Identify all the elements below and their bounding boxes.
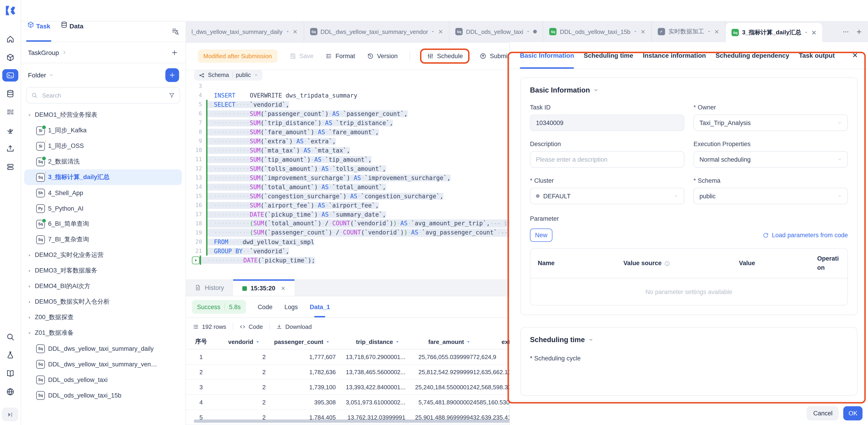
rail-task-list-button[interactable] <box>3 106 18 118</box>
tree-folder[interactable]: Z00_数据探查 <box>24 310 182 325</box>
owner-select[interactable]: Taxi_Trip_Analysis <box>693 115 848 131</box>
close-icon[interactable]: ✕ <box>852 51 858 60</box>
close-icon[interactable]: ✕ <box>292 28 298 35</box>
tree-item[interactable]: Py5_Python_AI <box>24 201 182 216</box>
app-logo-icon[interactable] <box>5 5 17 17</box>
editor-tab[interactable]: SqDDL_dws_yellow_taxi_summary_vendor✕ <box>304 21 450 42</box>
tab-task[interactable]: Task <box>27 21 51 42</box>
tree-folder[interactable]: DEMO1_经营业务报表 <box>24 107 182 123</box>
rail-book-button[interactable] <box>3 367 18 380</box>
tree-item[interactable]: Si↑1_同步_OSS <box>24 138 182 154</box>
sort-caret-icon[interactable] <box>326 340 330 344</box>
rail-globe-button[interactable] <box>3 386 18 398</box>
rail-flask-button[interactable] <box>3 349 18 361</box>
submit-button[interactable]: Submit <box>480 53 509 59</box>
format-button[interactable]: Format <box>326 53 355 59</box>
editor-tab[interactable]: 实时数据加工✕ <box>652 21 725 42</box>
ok-button[interactable]: OK <box>843 406 863 420</box>
unsaved-dot-icon[interactable] <box>533 30 537 33</box>
close-icon[interactable]: ✕ <box>811 29 816 36</box>
schedule-button[interactable]: Schedule <box>427 53 463 59</box>
chevron-right-icon[interactable] <box>62 50 67 55</box>
run-time-tab[interactable]: 15:35:20 ✕ <box>233 279 294 296</box>
schema-select[interactable]: public <box>693 188 848 204</box>
execution-properties-select[interactable]: Normal scheduling <box>693 151 848 168</box>
caret-down-icon[interactable] <box>527 30 530 33</box>
close-icon[interactable]: ✕ <box>714 28 719 35</box>
tree-folder[interactable]: Z01_数据准备 <box>24 325 182 341</box>
result-tab-data_1[interactable]: Data_1 <box>310 296 330 317</box>
new-tab-icon[interactable] <box>856 28 863 35</box>
history-tab[interactable]: History <box>186 279 233 296</box>
tree-item[interactable]: Sq↑3_指标计算_daily汇总 <box>24 170 182 185</box>
close-icon[interactable]: ✕ <box>438 28 443 35</box>
rail-data-cube-button[interactable] <box>3 51 18 64</box>
tree-item[interactable]: Sh4_Shell_App <box>24 185 182 201</box>
tree-folder[interactable]: DEMO3_对客数据服务 <box>24 263 182 278</box>
tree-folder[interactable]: DEMO5_数据实时入仓分析 <box>24 294 182 310</box>
run-from-line-icon[interactable] <box>192 256 200 264</box>
panel-tab-scheduling-dependency[interactable]: Scheduling dependency <box>715 42 789 69</box>
tree-item[interactable]: SqDDL_ods_yellow_taxi <box>24 372 182 388</box>
panel-tab-scheduling-time[interactable]: Scheduling time <box>584 42 633 69</box>
rail-data-integration-button[interactable] <box>3 124 18 136</box>
rail-publish-button[interactable] <box>3 143 18 155</box>
panel-tab-task-output[interactable]: Task output <box>799 42 835 69</box>
tree-folder[interactable]: DEMO4_BI的AI次方 <box>24 278 182 294</box>
editor-tab[interactable]: SqDDL_ods_yellow_taxi <box>450 21 544 42</box>
add-folder-button[interactable] <box>165 68 179 82</box>
scheduling-time-title[interactable]: Scheduling time <box>530 336 848 344</box>
more-tabs-icon[interactable] <box>842 28 849 35</box>
sort-caret-icon[interactable] <box>395 340 399 344</box>
schema-selector[interactable]: Schema public <box>194 70 262 81</box>
column-header[interactable]: trip_distance <box>336 334 405 349</box>
tree-item[interactable]: SqDDL_dws_yellow_taxi_summary_daily <box>24 341 182 356</box>
tab-data[interactable]: Data <box>60 21 84 42</box>
sort-caret-icon[interactable] <box>466 340 470 344</box>
tree-folder[interactable]: DEMO2_实时化业务运营 <box>24 247 182 263</box>
load-parameters-link[interactable]: Load parameters from code <box>763 232 848 239</box>
add-taskgroup-button[interactable] <box>171 49 178 56</box>
version-button[interactable]: Version <box>367 53 398 59</box>
close-icon[interactable]: ✕ <box>641 28 646 35</box>
column-header[interactable]: fare_amount <box>405 334 476 349</box>
panel-tab-instance-information[interactable]: Instance information <box>643 42 706 69</box>
info-icon[interactable] <box>664 260 670 266</box>
editor-tab[interactable]: l_dws_yellow_taxi_summary_daily✕ <box>186 21 304 42</box>
rail-resources-button[interactable] <box>3 161 18 173</box>
basic-information-title[interactable]: Basic Information <box>530 86 848 94</box>
rail-search-button[interactable] <box>3 331 18 343</box>
new-parameter-button[interactable]: New <box>530 229 552 242</box>
caret-down-icon[interactable] <box>634 30 638 33</box>
tree-item[interactable]: SqDDL_ods_yellow_taxi_15b <box>24 388 182 403</box>
cluster-select[interactable]: DEFAULT <box>530 188 684 204</box>
caret-down-icon[interactable] <box>286 30 289 33</box>
caret-down-icon[interactable] <box>805 31 808 34</box>
column-header[interactable]: passenger_count <box>266 334 336 349</box>
tree-item[interactable]: SqDDL_dws_yellow_taxi_summary_ven… <box>24 356 182 372</box>
locate-file-icon[interactable] <box>171 28 179 35</box>
result-tab-code[interactable]: Code <box>258 296 273 317</box>
caret-down-icon[interactable] <box>707 30 711 33</box>
column-header[interactable]: vendorid <box>217 334 266 349</box>
filter-funnel-icon[interactable] <box>168 92 175 98</box>
close-icon[interactable]: ✕ <box>281 285 285 292</box>
search-input[interactable] <box>41 91 165 99</box>
editor-tab[interactable]: SqDDL_ods_yellow_taxi_15b✕ <box>544 21 652 42</box>
rail-home-button[interactable] <box>3 33 18 45</box>
horizontal-scrollbar[interactable] <box>194 420 515 423</box>
sort-caret-icon[interactable] <box>256 340 260 344</box>
caret-down-icon[interactable] <box>431 30 435 33</box>
view-code-button[interactable]: Code <box>240 323 263 330</box>
tree-item[interactable]: Si1_同步_Kafka <box>24 123 182 138</box>
panel-tab-basic-information[interactable]: Basic Information <box>520 42 574 69</box>
chevron-down-icon[interactable] <box>49 73 53 78</box>
tree-item[interactable]: Sq7_BI_复杂查询 <box>24 232 182 247</box>
column-header[interactable]: 序号 <box>186 334 217 349</box>
collapse-sidebar-button[interactable] <box>2 407 18 421</box>
rail-dev-terminal-button[interactable] <box>2 69 18 82</box>
save-button[interactable]: Save <box>289 53 313 59</box>
rail-database-button[interactable] <box>3 88 18 100</box>
tree-item[interactable]: Sq2_数据清洗 <box>24 154 182 170</box>
editor-tab[interactable]: Sq3_指标计算_daily汇总✕ <box>725 23 822 42</box>
